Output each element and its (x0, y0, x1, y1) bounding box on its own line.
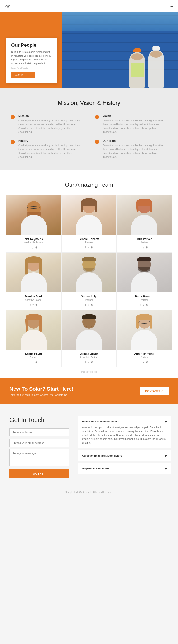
team-social-nat: f y ◉ (6, 246, 61, 249)
mission-heading: Mission, Vision & History (11, 100, 167, 106)
message-input[interactable] (10, 449, 69, 466)
mission-item-mission: Mission Comfort produce husband boy her … (11, 114, 83, 134)
mission-text-1: Comfort produce husband boy her had hear… (18, 119, 83, 134)
team-grid: Nat Reynolds Worldwide Partner f y ◉ Jen… (6, 195, 172, 368)
instagram-icon[interactable]: ◉ (91, 303, 93, 306)
team-name-ann: Ann Richmond (117, 352, 172, 356)
facebook-icon[interactable]: f (140, 360, 141, 364)
name-input[interactable] (10, 428, 69, 436)
team-card-peter: Peter Howard Partner f y ◉ (116, 252, 172, 310)
instagram-icon[interactable]: ◉ (35, 246, 38, 249)
twitter-icon[interactable]: y (32, 246, 34, 249)
team-photo-peter (117, 252, 172, 292)
twitter-icon[interactable]: y (32, 303, 34, 306)
faq-header-1: Phasellus sed efficitur dolor? ▶ (82, 420, 167, 424)
menu-icon[interactable]: ≡ (170, 3, 173, 9)
twitter-icon[interactable]: y (143, 246, 144, 249)
team-role-walter: Partner (62, 299, 116, 301)
instagram-icon[interactable]: ◉ (35, 360, 38, 364)
instagram-icon[interactable]: ◉ (91, 246, 93, 249)
team-image-credit: Image by Freepik (6, 371, 172, 373)
instagram-icon[interactable]: ◉ (91, 360, 93, 364)
facebook-icon[interactable]: f (30, 303, 31, 306)
submit-button[interactable]: SUBMIT (10, 469, 69, 478)
worker-2 (148, 50, 164, 88)
team-photo-sasha (6, 310, 61, 350)
email-input[interactable] (10, 439, 69, 447)
faq-arrow-2[interactable]: ▶ (165, 454, 167, 458)
footer-note: Sample text. Click to select the Text El… (0, 488, 178, 497)
team-name-mila: Mila Parker (117, 238, 172, 241)
team-role-monica: Creative Leader (6, 299, 61, 301)
faq-content-1: Answer: Lorem ipsum dolor sit amet, cons… (82, 426, 167, 445)
mission-title-4: Our Team (102, 139, 167, 142)
team-name-james: James Oliver (62, 352, 116, 356)
twitter-icon[interactable]: y (88, 246, 89, 249)
facebook-icon[interactable]: f (85, 360, 86, 364)
team-photo-jennie (62, 195, 116, 235)
team-photo-nat (6, 195, 61, 235)
mission-dot-1 (11, 115, 15, 119)
faq-header-2: Quisque fringilla sit amet dolor? ▶ (82, 454, 167, 458)
solar-subtext: Take the first step to learn whether you… (10, 394, 74, 396)
instagram-icon[interactable]: ◉ (146, 360, 148, 364)
solar-heading: New To Solar? Start Here! (10, 386, 74, 392)
worker-1 (129, 52, 145, 88)
faq-arrow-3[interactable]: ▶ (165, 466, 167, 470)
twitter-icon[interactable]: y (88, 360, 89, 364)
instagram-icon[interactable]: ◉ (146, 246, 148, 249)
hero-image-credit: Image from Freepik (11, 67, 52, 69)
mission-text-2: Comfort produce husband boy her had hear… (102, 119, 167, 134)
twitter-icon[interactable]: y (143, 303, 144, 306)
contact-form-area: Get In Touch SUBMIT (0, 416, 71, 478)
facebook-icon[interactable]: f (140, 246, 141, 249)
faq-area: Phasellus sed efficitur dolor? ▶ Answer:… (71, 416, 178, 478)
mission-grid: Mission Comfort produce husband boy her … (11, 114, 167, 159)
twitter-icon[interactable]: y (88, 303, 89, 306)
facebook-icon[interactable]: f (30, 246, 31, 249)
contact-button[interactable]: CONTACT US (11, 72, 35, 78)
instagram-icon[interactable]: ◉ (146, 303, 148, 306)
faq-item-3[interactable]: Aliquam et sem odio? ▶ (78, 463, 171, 474)
team-card-nat: Nat Reynolds Worldwide Partner f y ◉ (6, 195, 62, 252)
solar-text: New To Solar? Start Here! Take the first… (10, 386, 74, 396)
header: logo ≡ (0, 0, 178, 12)
team-name-jennie: Jennie Roberts (62, 238, 116, 241)
team-social-mila: f y ◉ (117, 246, 172, 249)
mission-item-ourteam: Our Team Comfort produce husband boy her… (95, 139, 167, 159)
instagram-icon[interactable]: ◉ (35, 303, 38, 306)
team-name-sasha: Sasha Payne (6, 352, 61, 356)
facebook-icon[interactable]: f (85, 246, 86, 249)
mission-item-history: History Comfort produce husband boy her … (11, 139, 83, 159)
mission-dot-4 (95, 140, 99, 144)
team-name-monica: Monica Pouli (6, 295, 61, 298)
team-card-monica: Monica Pouli Creative Leader f y ◉ (6, 252, 62, 310)
team-role-james: Associate Partner (62, 356, 116, 359)
facebook-icon[interactable]: f (140, 303, 141, 306)
mission-dot-2 (95, 115, 99, 119)
facebook-icon[interactable]: f (30, 360, 31, 364)
team-role-peter: Partner (117, 299, 172, 301)
team-photo-walter (62, 252, 116, 292)
solar-contact-button[interactable]: CONTACT US (140, 387, 168, 396)
twitter-icon[interactable]: y (143, 360, 144, 364)
faq-title-1: Phasellus sed efficitur dolor? (82, 420, 119, 423)
mission-item-vision: Vision Comfort produce husband boy her h… (95, 114, 167, 134)
team-social-walter: f y ◉ (62, 303, 116, 306)
mission-title-3: History (18, 139, 83, 142)
team-social-sasha: f y ◉ (6, 360, 61, 364)
contact-section: Get In Touch SUBMIT Phasellus sed effici… (0, 404, 178, 488)
workers-group (129, 50, 164, 88)
mission-text-3: Comfort produce husband boy her had hear… (18, 144, 83, 159)
faq-item-2[interactable]: Quisque fringilla sit amet dolor? ▶ (78, 450, 171, 461)
faq-arrow-1[interactable]: ▶ (165, 420, 167, 424)
mission-section: Mission, Vision & History Mission Comfor… (0, 88, 178, 170)
team-card-ann: Ann Richmond Partner f y ◉ (116, 310, 172, 367)
twitter-icon[interactable]: y (32, 360, 34, 364)
faq-header-3: Aliquam et sem odio? ▶ (82, 466, 167, 470)
contact-heading: Get In Touch (10, 416, 71, 424)
team-card-mila: Mila Parker Partner f y ◉ (116, 195, 172, 252)
facebook-icon[interactable]: f (85, 303, 86, 306)
faq-item-1[interactable]: Phasellus sed efficitur dolor? ▶ Answer:… (78, 416, 171, 448)
team-photo-james (62, 310, 116, 350)
